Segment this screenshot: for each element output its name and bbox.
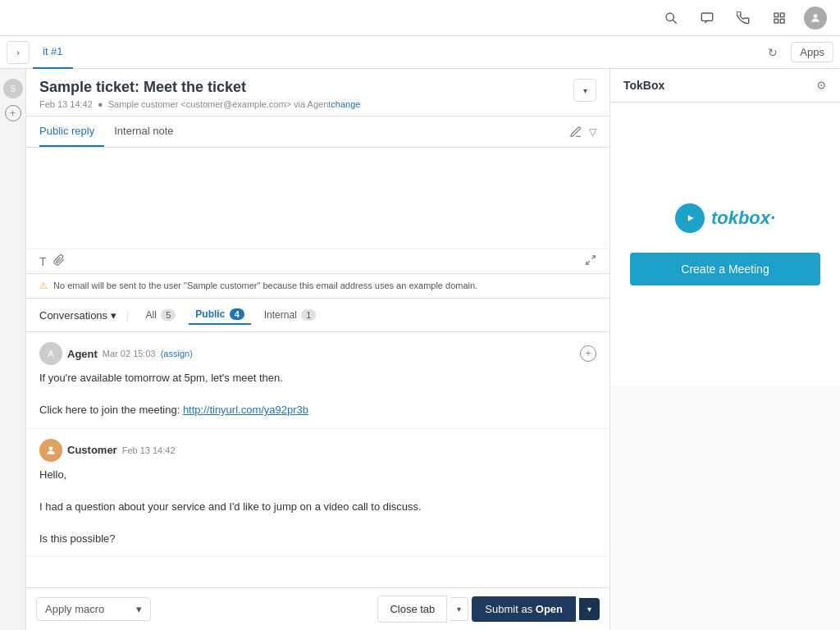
- filter-all-count: 5: [161, 309, 176, 321]
- agent-message-body: If you're available tomorrow at 5pm, let…: [39, 370, 596, 418]
- warning-text: No email will be sent to the user "Sampl…: [53, 281, 477, 290]
- chat-icon[interactable]: [696, 7, 719, 30]
- filter-public-count: 4: [230, 308, 244, 320]
- avatar-col: S +: [0, 69, 26, 630]
- svg-line-9: [587, 261, 590, 264]
- ticket-options-button[interactable]: ▾: [573, 79, 596, 102]
- refresh-icon[interactable]: ↻: [761, 43, 784, 62]
- tab-bar: › it #1 ↻ Apps: [0, 36, 840, 69]
- message-header-customer: Customer Feb 13 14:42: [39, 439, 596, 462]
- close-tab-arrow-button[interactable]: ▾: [450, 597, 468, 621]
- svg-point-7: [814, 14, 818, 18]
- message-block-agent: A Agent Mar 02 15:03 (assign) + If you'r…: [26, 332, 609, 429]
- svg-line-8: [591, 256, 595, 259]
- tab-internal-note[interactable]: Internal note: [114, 116, 183, 147]
- submit-arrow-button[interactable]: ▾: [579, 598, 600, 620]
- reply-toolbar: T: [26, 249, 609, 273]
- reply-section: Public reply Internal note ▽ T: [26, 116, 609, 274]
- warning-icon: ⚠: [39, 281, 48, 290]
- submit-button[interactable]: Submit as Open: [472, 596, 576, 622]
- svg-rect-2: [701, 13, 712, 21]
- top-nav: [0, 0, 840, 36]
- ticket-meta: Feb 13 14:42 ● Sample customer <customer…: [39, 99, 360, 109]
- agent-time: Mar 02 15:03: [103, 349, 156, 358]
- svg-rect-6: [780, 19, 784, 23]
- warning-bar: ⚠ No email will be sent to the user "Sam…: [26, 274, 609, 299]
- reply-expand-icon[interactable]: ▽: [589, 126, 596, 138]
- bottom-bar-right: Close tab ▾ Submit as Open ▾: [377, 596, 600, 623]
- bottom-bar: Apply macro ▾ Close tab ▾ Submit as Open…: [26, 587, 609, 630]
- right-panel: TokBox ⚙ tokbox· Create a Meeting: [610, 69, 840, 630]
- tokbox-logo-text: tokbox·: [711, 208, 775, 229]
- svg-rect-3: [774, 13, 778, 17]
- conversations-dropdown[interactable]: Conversations ▾: [39, 309, 116, 322]
- add-to-message-icon[interactable]: +: [580, 345, 596, 362]
- message-block-customer: Customer Feb 13 14:42 Hello, I had a que…: [26, 429, 609, 558]
- svg-line-1: [673, 20, 676, 23]
- filter-internal-count: 1: [301, 309, 316, 321]
- ticket-title: Sample ticket: Meet the ticket: [39, 79, 360, 96]
- phone-icon[interactable]: [732, 7, 755, 30]
- ticket-tab[interactable]: it #1: [33, 36, 73, 69]
- svg-point-0: [666, 13, 673, 21]
- filter-public[interactable]: Public 4: [189, 305, 250, 325]
- svg-rect-5: [774, 19, 778, 23]
- reply-textarea[interactable]: [26, 148, 609, 246]
- svg-rect-4: [780, 13, 784, 17]
- agent-sender: Agent: [67, 348, 98, 360]
- avatar[interactable]: [804, 7, 827, 30]
- filter-internal[interactable]: Internal 1: [258, 306, 322, 324]
- customer-message-body: Hello, I had a question about your servi…: [39, 467, 596, 547]
- tokbox-logo: tokbox·: [675, 203, 775, 233]
- create-meeting-button[interactable]: Create a Meeting: [630, 253, 820, 285]
- search-icon[interactable]: [660, 7, 682, 30]
- ticket-header: Sample ticket: Meet the ticket Feb 13 14…: [26, 69, 609, 116]
- reply-expand-btn[interactable]: [585, 254, 596, 268]
- attach-icon[interactable]: [53, 254, 65, 268]
- signature-icon[interactable]: [569, 126, 582, 139]
- customer-sender: Customer: [67, 444, 117, 456]
- filter-all[interactable]: All 5: [139, 306, 183, 324]
- tokbox-logo-icon: [675, 203, 705, 233]
- macro-dropdown[interactable]: Apply macro ▾: [36, 597, 151, 621]
- macro-dropdown-arrow: ▾: [136, 603, 142, 615]
- assign-link[interactable]: (assign): [161, 349, 193, 358]
- gear-icon[interactable]: ⚙: [816, 79, 827, 92]
- reply-tabs: Public reply Internal note ▽: [26, 116, 609, 148]
- text-format-icon[interactable]: T: [39, 255, 47, 268]
- tab-public-reply[interactable]: Public reply: [39, 116, 104, 147]
- add-participant-icon[interactable]: +: [5, 105, 21, 121]
- meeting-link[interactable]: http://tinyurl.com/ya92pr3b: [183, 404, 308, 416]
- ticket-avatar: S: [3, 79, 23, 98]
- svg-point-10: [49, 446, 53, 450]
- tokbox-panel-title: TokBox: [623, 79, 664, 92]
- agent-avatar: A: [39, 342, 62, 365]
- center-panel: Sample ticket: Meet the ticket Feb 13 14…: [26, 69, 610, 630]
- customer-time: Feb 13 14:42: [122, 445, 176, 455]
- tab-arrow-icon[interactable]: ›: [7, 41, 30, 64]
- messages-area: A Agent Mar 02 15:03 (assign) + If you'r…: [26, 332, 609, 587]
- customer-avatar: [39, 439, 62, 462]
- right-panel-header: TokBox ⚙: [610, 69, 840, 103]
- conv-filter-bar: Conversations ▾ | All 5 Public 4 Interna…: [26, 299, 609, 332]
- main-layout: S + Sample ticket: Meet the ticket Feb 1…: [0, 69, 840, 630]
- change-link[interactable]: change: [331, 99, 360, 109]
- close-tab-button[interactable]: Close tab: [377, 596, 447, 623]
- tokbox-content: tokbox· Create a Meeting: [610, 103, 840, 386]
- message-header-agent: A Agent Mar 02 15:03 (assign) +: [39, 342, 596, 365]
- grid-icon[interactable]: [768, 7, 791, 30]
- right-panel-bottom: [610, 386, 840, 631]
- apps-button[interactable]: Apps: [791, 42, 833, 62]
- reply-tab-icons: ▽: [569, 126, 596, 139]
